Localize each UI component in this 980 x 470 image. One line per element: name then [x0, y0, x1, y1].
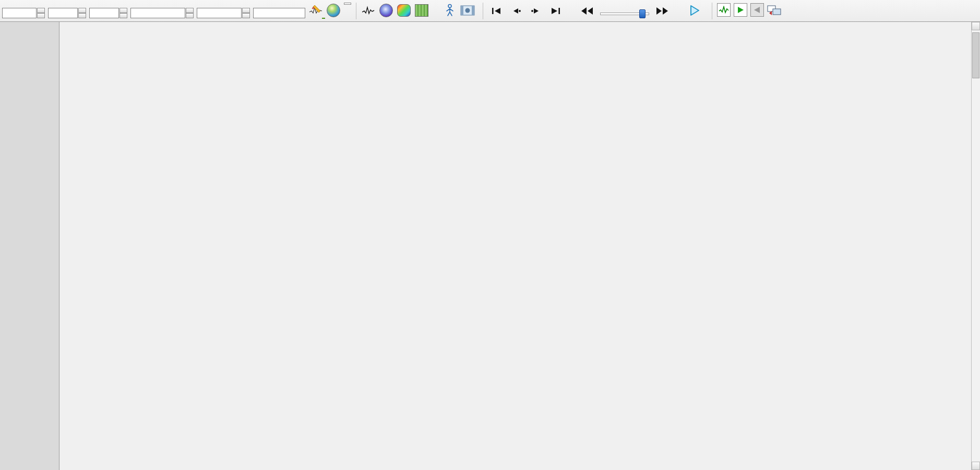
hf-filter-combo[interactable]: [89, 8, 119, 18]
spinner-down-icon[interactable]: [37, 13, 45, 18]
toolbar-separator: [483, 3, 483, 19]
time-display: [344, 3, 351, 5]
display-length-spinner[interactable]: [242, 8, 250, 18]
spinner-up-icon[interactable]: [37, 8, 45, 13]
topography-map-icon[interactable]: [379, 3, 393, 18]
high-frequency-filter-control: [89, 1, 127, 18]
video-icon[interactable]: [460, 3, 475, 18]
eeg-viewer-app: { "toolbar": { "sens": {"label": "Sens(u…: [0, 0, 980, 470]
map-globe-icon[interactable]: [326, 3, 341, 18]
step-forward-button[interactable]: [528, 4, 544, 18]
trace-view-icon[interactable]: [361, 3, 376, 18]
spinner-up-icon[interactable]: [78, 8, 86, 13]
play-button[interactable]: [685, 3, 704, 18]
previous-result-button[interactable]: [750, 3, 764, 17]
start-analysis-button[interactable]: [734, 3, 747, 17]
rainbow-map-icon: [397, 4, 411, 17]
pattern-combo[interactable]: [130, 8, 185, 18]
green-trend-icon: [415, 4, 428, 17]
globe-icon: [327, 4, 340, 17]
favorite-control: [253, 1, 305, 18]
fast-forward-button[interactable]: [654, 4, 671, 18]
time-constant-spinner[interactable]: [78, 8, 86, 18]
spinner-down-icon[interactable]: [78, 13, 86, 18]
display-length-combo[interactable]: [197, 8, 242, 18]
time-constant-combo[interactable]: [48, 8, 78, 18]
spinner-down-icon[interactable]: [242, 13, 250, 18]
datetime-display: [344, 2, 351, 5]
rewind-button[interactable]: [579, 4, 595, 18]
sensitivity-combo[interactable]: [2, 8, 37, 18]
skip-to-start-button[interactable]: [488, 4, 505, 18]
patient-info-icon[interactable]: [443, 3, 457, 18]
dual-screen-export-icon[interactable]: [767, 3, 782, 18]
notch-filter-badge: [322, 18, 325, 19]
vertical-scrollbar[interactable]: [971, 22, 980, 470]
scroll-up-button[interactable]: [972, 22, 980, 30]
spinner-down-icon[interactable]: [119, 13, 127, 18]
toolbar-separator: [356, 3, 356, 19]
speed-slider-handle[interactable]: [639, 9, 646, 18]
head-map-icon: [379, 4, 393, 17]
spinner-up-icon[interactable]: [242, 8, 250, 13]
favorite-combo[interactable]: [253, 8, 305, 18]
spinner-up-icon[interactable]: [186, 8, 194, 13]
display-length-control: [197, 1, 250, 18]
time-constant-control: [48, 1, 86, 18]
montage-pattern-control: [130, 1, 194, 18]
spinner-up-icon[interactable]: [119, 8, 127, 13]
scroll-down-button[interactable]: [972, 462, 980, 470]
scrollbar-thumb[interactable]: [972, 32, 979, 78]
speed-slider-track[interactable]: [599, 9, 651, 17]
eeg-trace-area[interactable]: [59, 22, 971, 470]
spectrum-map-icon[interactable]: [397, 3, 411, 18]
pattern-spinner[interactable]: [186, 8, 194, 18]
step-backward-button[interactable]: [508, 4, 524, 18]
montage-edit-icon[interactable]: [308, 3, 323, 18]
speed-slider-control: [599, 2, 651, 17]
eeg-traces-canvas[interactable]: [59, 22, 216, 100]
hf-filter-spinner[interactable]: [119, 8, 127, 18]
toolbar: [0, 0, 980, 22]
analysis-wave-button[interactable]: [717, 3, 731, 17]
toolbar-separator: [712, 3, 712, 19]
skip-to-end-button[interactable]: [547, 4, 564, 18]
sensitivity-control: [2, 1, 45, 18]
dsa-trend-icon[interactable]: [414, 3, 429, 18]
channel-sidebar: [0, 22, 59, 470]
sensitivity-spinner[interactable]: [37, 8, 45, 18]
spinner-down-icon[interactable]: [186, 13, 194, 18]
